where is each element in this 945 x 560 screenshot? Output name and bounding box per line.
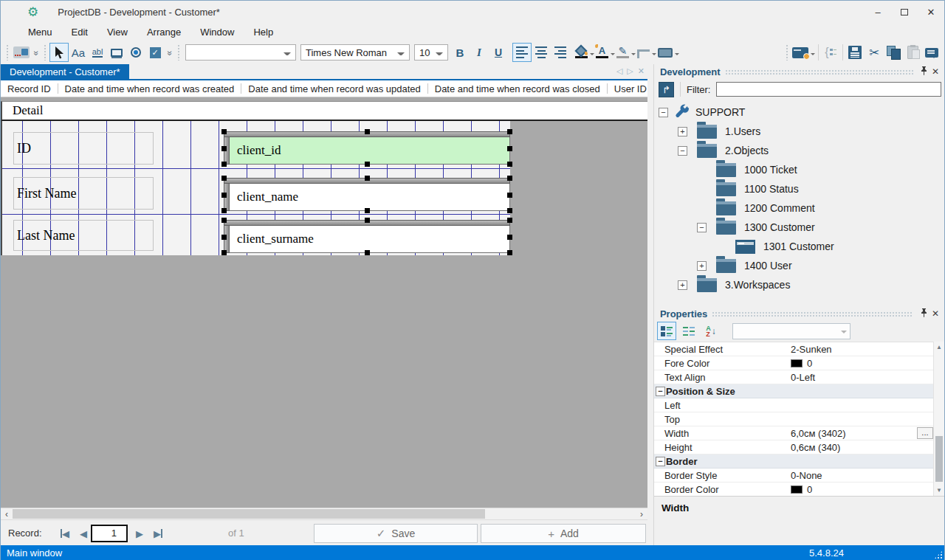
tree-item-1200-comment[interactable]: 1200 Comment xyxy=(654,198,944,218)
selection-handle[interactable] xyxy=(221,250,227,255)
last-record-button[interactable]: ▶ xyxy=(148,525,168,542)
property-row-text-align[interactable]: Text Align0-Left xyxy=(654,370,935,384)
expander-icon[interactable]: − xyxy=(678,146,687,156)
selection-handle[interactable] xyxy=(221,208,227,213)
highlight-pen-button[interactable]: ✎ xyxy=(616,43,636,62)
locate-object-button[interactable]: ↱ xyxy=(659,82,674,97)
scroll-up-icon[interactable]: ▲ xyxy=(934,344,944,350)
font-color-button[interactable]: A xyxy=(595,43,616,62)
toolbar-overflow-icon[interactable]: » xyxy=(31,47,41,58)
menu-item-arrange[interactable]: Arrange xyxy=(137,25,190,39)
selection-handle[interactable] xyxy=(221,162,227,167)
selection-handle[interactable] xyxy=(221,129,227,134)
property-search-combo[interactable] xyxy=(732,323,850,339)
font-combo[interactable]: Times New Roman xyxy=(300,44,410,61)
add-record-button[interactable]: +Add xyxy=(481,524,646,543)
selection-handle[interactable] xyxy=(507,129,512,134)
expander-icon[interactable]: − xyxy=(659,108,668,117)
toolbar-grip[interactable] xyxy=(177,44,181,61)
tree-item-1301-customer[interactable]: 1301 Customer xyxy=(654,237,944,256)
align-center-button[interactable] xyxy=(532,43,551,62)
property-row-border-style[interactable]: Border Style0-None xyxy=(654,469,935,483)
selection-handle[interactable] xyxy=(221,176,227,181)
selection-handle[interactable] xyxy=(221,146,227,151)
label-first-name[interactable]: First Name xyxy=(13,177,154,210)
style-combo[interactable] xyxy=(185,44,296,61)
property-value[interactable]: 0-Left xyxy=(788,372,935,383)
panel-splitter[interactable] xyxy=(647,64,653,545)
menu-item-view[interactable]: View xyxy=(97,25,137,39)
property-value[interactable]: 0,6см (340) xyxy=(788,442,935,453)
underline-button[interactable]: U xyxy=(489,43,508,62)
toolbar-grip[interactable] xyxy=(786,44,789,61)
scrollbar-thumb[interactable] xyxy=(13,509,485,519)
save-button[interactable] xyxy=(845,43,865,62)
textbox-client-name[interactable]: client_name xyxy=(224,178,510,211)
chevron-down-icon[interactable] xyxy=(652,53,656,58)
textbox-frame-left[interactable] xyxy=(224,184,230,211)
selection-handle[interactable] xyxy=(507,146,512,151)
property-value[interactable]: 0 xyxy=(788,484,935,495)
property-value[interactable]: 0 xyxy=(788,358,935,369)
font-size-combo[interactable]: 10 xyxy=(414,44,448,61)
selection-handle[interactable] xyxy=(507,208,512,213)
button-tool-button[interactable] xyxy=(107,43,126,62)
scroll-left-icon[interactable]: ‹ xyxy=(1,509,13,519)
fill-color-button[interactable] xyxy=(574,43,595,62)
tree-item-workspaces[interactable]: + 3.Workspaces xyxy=(654,275,944,294)
record-number-input[interactable]: 1 xyxy=(91,525,128,542)
resize-grip[interactable] xyxy=(934,550,943,559)
property-row-special-effect[interactable]: Special Effect2-Sunken xyxy=(654,342,935,356)
previous-record-button[interactable]: ◀ xyxy=(76,525,91,542)
pin-icon[interactable] xyxy=(918,66,929,77)
border-style-button[interactable] xyxy=(636,43,657,62)
select-tool-button[interactable] xyxy=(49,43,69,62)
close-panel-icon[interactable]: ✕ xyxy=(929,308,941,319)
property-row-height[interactable]: Height0,6см (340) xyxy=(654,440,935,454)
property-value[interactable]: 0-None xyxy=(788,470,935,481)
textbox-field[interactable]: client_surname xyxy=(230,226,510,253)
new-object-button[interactable] xyxy=(12,43,31,62)
selection-handle[interactable] xyxy=(507,162,512,167)
tree-item-users[interactable]: + 1.Users xyxy=(654,122,944,141)
textbox-tool-button[interactable]: abl xyxy=(88,43,107,62)
tab-prev-icon[interactable]: ◁ xyxy=(616,66,622,76)
property-row-width[interactable]: Width6,0см (3402)... xyxy=(654,426,935,440)
tree-item-objects[interactable]: − 2.Objects xyxy=(654,141,944,160)
tree-item-1400-user[interactable]: + 1400 User xyxy=(654,256,944,275)
checkbox-tool-button[interactable]: ✓ xyxy=(145,43,165,62)
categorized-view-button[interactable] xyxy=(657,322,676,340)
menu-item-edit[interactable]: Edit xyxy=(62,25,97,39)
selection-handle[interactable] xyxy=(507,218,512,223)
italic-button[interactable]: I xyxy=(470,43,489,62)
properties-scrollbar[interactable]: ▲ ▼ xyxy=(933,342,944,496)
collapse-icon[interactable]: − xyxy=(656,387,665,396)
selection-handle[interactable] xyxy=(507,193,512,198)
shape-button[interactable] xyxy=(657,43,680,62)
selection-handle[interactable] xyxy=(365,129,370,134)
chevron-down-icon[interactable] xyxy=(675,53,679,58)
selection-handle[interactable] xyxy=(221,193,227,198)
scroll-down-icon[interactable]: ▼ xyxy=(934,487,944,494)
chevron-down-icon[interactable] xyxy=(590,53,594,58)
expander-icon[interactable]: + xyxy=(678,127,687,136)
field-chip[interactable]: Date and time when record was updated xyxy=(241,83,427,94)
scrollbar-thumb[interactable] xyxy=(935,436,943,482)
textbox-frame-left[interactable] xyxy=(224,226,230,253)
tree-item-1100-status[interactable]: 1100 Status xyxy=(654,179,944,198)
selection-handle[interactable] xyxy=(365,208,370,213)
selection-handle[interactable] xyxy=(507,250,512,255)
selection-handle[interactable] xyxy=(221,235,227,240)
tree-item-1300-customer[interactable]: − 1300 Customer xyxy=(654,218,944,237)
chevron-down-icon[interactable] xyxy=(631,53,636,58)
selection-handle[interactable] xyxy=(507,235,512,240)
tree-item-support[interactable]: − SUPPORT xyxy=(654,103,944,122)
expander-icon[interactable]: − xyxy=(697,223,707,232)
save-record-button[interactable]: ✓Save xyxy=(314,524,478,543)
textbox-field[interactable]: client_name xyxy=(230,184,510,211)
selection-handle[interactable] xyxy=(365,162,370,167)
selection-handle[interactable] xyxy=(365,176,370,181)
next-record-button[interactable]: ▶ xyxy=(132,525,147,542)
toolbar-grip[interactable] xyxy=(6,44,10,61)
maximize-button[interactable] xyxy=(891,1,918,23)
